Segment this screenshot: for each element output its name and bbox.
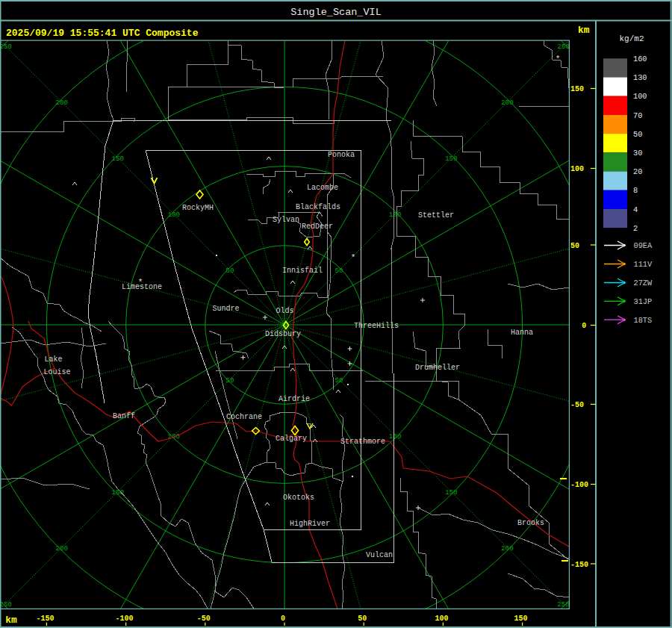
svg-text:111V: 111V xyxy=(634,260,653,269)
svg-text:-100: -100 xyxy=(116,615,134,623)
svg-text:Cochrane: Cochrane xyxy=(226,413,262,421)
svg-text:100: 100 xyxy=(389,211,402,219)
svg-text:Innisfail: Innisfail xyxy=(282,267,323,275)
svg-text:31JP: 31JP xyxy=(634,297,653,306)
svg-text:100: 100 xyxy=(435,615,448,623)
svg-text:100: 100 xyxy=(570,165,584,173)
svg-text:-150: -150 xyxy=(36,615,54,623)
svg-text:Drumheller: Drumheller xyxy=(415,364,460,372)
svg-text:160: 160 xyxy=(633,55,647,63)
svg-text:Limestone: Limestone xyxy=(122,283,162,291)
svg-text:30: 30 xyxy=(633,149,642,158)
svg-text:200: 200 xyxy=(55,544,68,553)
svg-text:Blackfalds: Blackfalds xyxy=(296,203,340,211)
svg-text:100: 100 xyxy=(389,432,402,441)
svg-text:Brooks: Brooks xyxy=(517,519,544,527)
svg-text:150: 150 xyxy=(445,488,458,497)
svg-text:27ZW: 27ZW xyxy=(634,279,653,287)
svg-text:100: 100 xyxy=(633,92,647,101)
svg-text:-150: -150 xyxy=(570,561,588,569)
svg-text:*: * xyxy=(556,55,561,63)
svg-text:250: 250 xyxy=(557,43,570,51)
svg-text:50: 50 xyxy=(570,242,579,250)
svg-text:Hanna: Hanna xyxy=(511,329,533,337)
svg-text:km: km xyxy=(578,25,590,36)
svg-text:200: 200 xyxy=(55,99,68,107)
svg-text:-50: -50 xyxy=(197,615,211,623)
svg-text:Vulcan: Vulcan xyxy=(366,551,393,559)
svg-text:150: 150 xyxy=(514,615,528,623)
svg-text:150: 150 xyxy=(445,155,458,163)
svg-text:ThreeHills: ThreeHills xyxy=(354,322,399,330)
svg-text:Strathmore: Strathmore xyxy=(340,438,385,446)
svg-text:Calgary: Calgary xyxy=(276,435,307,443)
svg-text:150: 150 xyxy=(111,488,124,497)
svg-text:RockyMH: RockyMH xyxy=(182,204,214,212)
svg-text:Single_Scan_VIL: Single_Scan_VIL xyxy=(290,7,382,18)
svg-text:250: 250 xyxy=(557,600,570,609)
svg-text:Sundre: Sundre xyxy=(213,305,240,313)
svg-text:150: 150 xyxy=(570,85,584,93)
svg-text:250: 250 xyxy=(0,43,12,51)
svg-text:Banff: Banff xyxy=(113,412,135,420)
svg-text:HighRiver: HighRiver xyxy=(290,520,330,528)
svg-text:Ponoka: Ponoka xyxy=(328,151,355,159)
svg-text:Sylvan: Sylvan xyxy=(273,216,299,224)
svg-text:8: 8 xyxy=(633,186,638,195)
svg-text:Airdrie: Airdrie xyxy=(279,395,310,403)
svg-text:100: 100 xyxy=(167,211,180,219)
svg-text:150: 150 xyxy=(111,155,124,163)
svg-text:Louise: Louise xyxy=(44,368,71,376)
svg-text:Okotoks: Okotoks xyxy=(283,494,314,502)
svg-text:-100: -100 xyxy=(570,481,588,489)
svg-text:RedDeer: RedDeer xyxy=(302,223,333,231)
svg-text:4: 4 xyxy=(633,205,638,214)
svg-text:50: 50 xyxy=(225,267,234,275)
svg-text:50: 50 xyxy=(335,376,343,385)
svg-text:200: 200 xyxy=(501,544,514,553)
svg-text:50: 50 xyxy=(335,267,343,275)
svg-text:Olds: Olds xyxy=(276,307,294,315)
svg-text:Lake: Lake xyxy=(45,355,63,364)
svg-text:0: 0 xyxy=(281,615,285,623)
svg-text:100: 100 xyxy=(167,432,180,441)
svg-text:2: 2 xyxy=(633,224,638,233)
svg-text:200: 200 xyxy=(501,99,514,107)
svg-text:0: 0 xyxy=(582,322,586,330)
svg-text:130: 130 xyxy=(633,73,647,82)
svg-text:70: 70 xyxy=(633,111,642,120)
svg-text:250: 250 xyxy=(0,600,12,609)
svg-text:km: km xyxy=(5,615,17,626)
svg-text:kg/m2: kg/m2 xyxy=(619,34,644,43)
svg-text:Lacombe: Lacombe xyxy=(307,184,338,192)
svg-text:-50: -50 xyxy=(570,401,584,409)
svg-text:09EA: 09EA xyxy=(634,241,653,250)
svg-text:2025/09/19 15:55:41 UTC Compos: 2025/09/19 15:55:41 UTC Composite xyxy=(6,28,199,39)
svg-text:20: 20 xyxy=(633,167,642,176)
svg-text:Didsbury: Didsbury xyxy=(265,330,301,338)
svg-text:50: 50 xyxy=(358,615,367,623)
svg-text:18TS: 18TS xyxy=(634,316,653,325)
svg-text:50: 50 xyxy=(633,130,642,139)
svg-text:Stettler: Stettler xyxy=(418,211,454,220)
svg-text:50: 50 xyxy=(225,376,234,385)
svg-text:*: * xyxy=(351,253,356,262)
